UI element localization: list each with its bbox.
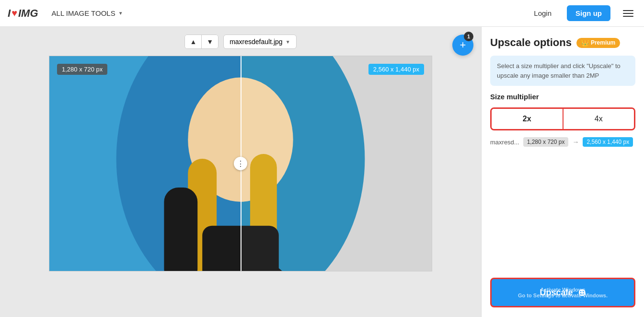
dimension-to: 2,560 x 1,440 px (583, 137, 633, 147)
menu-line-1 (623, 10, 633, 11)
right-panel: Upscale options 👑 Premium Select a size … (481, 27, 644, 317)
add-badge: 1 (464, 32, 473, 41)
chevron-down-icon: ▼ (118, 11, 123, 16)
dimension-from: 1,280 x 720 px (523, 137, 569, 147)
info-box: Select a size multiplier and click "Upsc… (490, 56, 635, 86)
image-before (49, 56, 241, 271)
toolbar: ▲ ▼ maxresdefault.jpg ▼ (8, 35, 473, 49)
premium-badge: 👑 Premium (576, 38, 620, 48)
menu-line-2 (623, 13, 633, 14)
multiplier-4x[interactable]: 4x (564, 109, 634, 129)
nav-buttons: ▲ ▼ (184, 35, 218, 49)
filename-label: maxresdefault.jpg (230, 38, 283, 46)
menu-line-3 (623, 16, 633, 17)
next-button[interactable]: ▼ (202, 35, 218, 48)
prev-button[interactable]: ▲ (185, 35, 201, 48)
main-layout: ▲ ▼ maxresdefault.jpg ▼ 1 + (0, 27, 644, 317)
woman-left-svg (49, 56, 241, 271)
svg-rect-7 (164, 188, 197, 271)
image-compare: 1,280 x 720 px 2,560 x 1,440 px ⋮ (49, 56, 432, 271)
size-multiplier-label: Size multiplier (490, 93, 635, 101)
upscale-icon: ⊕ (578, 287, 586, 298)
divider-handle[interactable]: ⋮ (234, 157, 247, 170)
login-button[interactable]: Login (528, 6, 557, 20)
svg-rect-8 (202, 226, 241, 271)
woman-right-svg (241, 56, 432, 271)
image-label-before: 1,280 x 720 px (57, 64, 107, 75)
signup-button[interactable]: Sign up (567, 5, 610, 21)
header: I ♥ IMG ALL IMAGE TOOLS ▼ Login Sign up (0, 0, 644, 27)
svg-rect-17 (241, 226, 279, 271)
info-text: Select a size multiplier and click "Upsc… (497, 62, 621, 79)
logo-heart: ♥ (12, 8, 17, 19)
logo-i: I (8, 7, 11, 20)
image-label-after: 2,560 x 1,440 px (368, 64, 424, 75)
file-name: maxresd... (490, 139, 519, 146)
spacer (490, 153, 635, 271)
left-panel: ▲ ▼ maxresdefault.jpg ▼ 1 + (0, 27, 481, 317)
upscale-label: Upscale (540, 288, 573, 298)
arrow-icon: → (572, 138, 579, 146)
multiplier-selector: 2x 4x (490, 107, 635, 130)
image-after (241, 56, 432, 271)
all-tools-button[interactable]: ALL IMAGE TOOLS ▼ (48, 6, 127, 20)
logo[interactable]: I ♥ IMG (8, 7, 38, 20)
all-tools-label: ALL IMAGE TOOLS (52, 9, 115, 17)
multiplier-2x[interactable]: 2x (492, 109, 563, 129)
menu-button[interactable] (620, 7, 636, 20)
file-info-row: maxresd... 1,280 x 720 px → 2,560 x 1,44… (490, 137, 635, 147)
panel-title: Upscale options (490, 36, 572, 49)
add-icon: + (460, 39, 466, 51)
logo-img: IMG (18, 7, 38, 20)
file-chevron-icon: ▼ (286, 39, 290, 45)
panel-title-row: Upscale options 👑 Premium (490, 36, 635, 49)
upscale-button[interactable]: Upscale ⊕ Activate Windows Go to Setting… (490, 278, 635, 307)
file-select[interactable]: maxresdefault.jpg ▼ (223, 35, 296, 49)
premium-label: Premium (591, 39, 615, 46)
crown-icon: 👑 (581, 39, 589, 47)
